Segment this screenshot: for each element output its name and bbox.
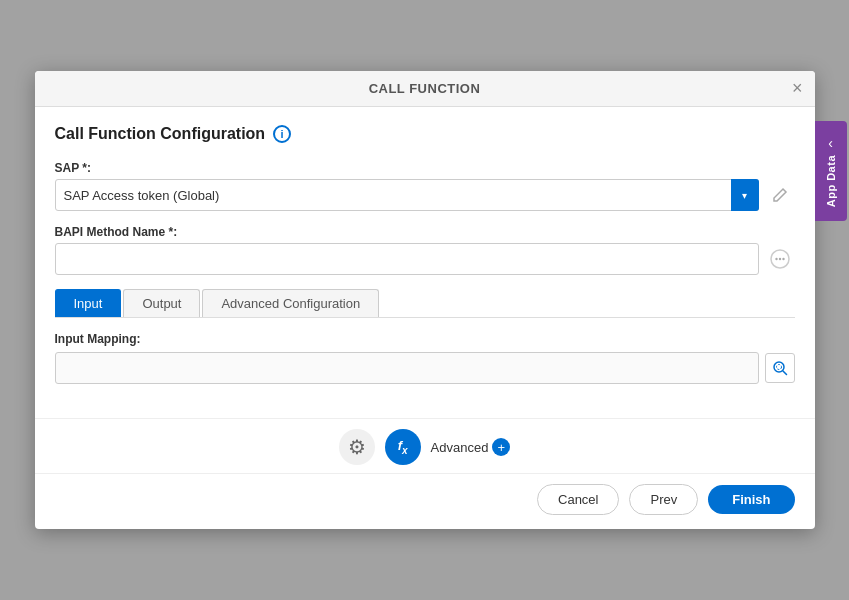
config-title: Call Function Configuration <box>55 125 266 143</box>
fx-icon: fx <box>398 438 408 456</box>
add-icon: + <box>492 438 510 456</box>
sap-label: SAP *: <box>55 161 795 175</box>
sap-edit-button[interactable] <box>765 180 795 210</box>
mapping-input[interactable] <box>55 352 759 384</box>
modal-header: CALL FUNCTION × <box>35 71 815 107</box>
svg-point-2 <box>778 258 780 260</box>
sap-field-row: SAP Access token (Global) ▾ <box>55 179 795 211</box>
cancel-button[interactable]: Cancel <box>537 484 619 515</box>
sap-select[interactable]: SAP Access token (Global) <box>55 179 759 211</box>
sap-select-wrapper: SAP Access token (Global) ▾ <box>55 179 759 211</box>
svg-point-6 <box>776 365 781 370</box>
input-mapping-group: Input Mapping: <box>55 332 795 384</box>
gear-icon: ⚙ <box>348 435 366 459</box>
advanced-toolbar-item[interactable]: Advanced + <box>431 438 511 456</box>
gear-button[interactable]: ⚙ <box>339 429 375 465</box>
mapping-search-button[interactable] <box>765 353 795 383</box>
tabs-row: Input Output Advanced Configuration <box>55 289 795 318</box>
tab-input[interactable]: Input <box>55 289 122 317</box>
svg-line-5 <box>783 371 787 375</box>
tab-output[interactable]: Output <box>123 289 200 317</box>
modal-title: CALL FUNCTION <box>369 81 481 96</box>
svg-point-1 <box>775 258 777 260</box>
bapi-field-group: BAPI Method Name *: <box>55 225 795 275</box>
tab-advanced-configuration[interactable]: Advanced Configuration <box>202 289 379 317</box>
input-mapping-label: Input Mapping: <box>55 332 795 346</box>
side-tab-label: App Data <box>825 155 837 207</box>
fx-button[interactable]: fx <box>385 429 421 465</box>
modal-body: Call Function Configuration i SAP *: SAP… <box>35 107 815 408</box>
advanced-label: Advanced <box>431 440 489 455</box>
bapi-label: BAPI Method Name *: <box>55 225 795 239</box>
side-tab-arrow-icon: ‹ <box>828 135 833 151</box>
config-title-row: Call Function Configuration i <box>55 125 795 143</box>
bapi-input[interactable] <box>55 243 759 275</box>
finish-button[interactable]: Finish <box>708 485 794 514</box>
sap-field-group: SAP *: SAP Access token (Global) ▾ <box>55 161 795 211</box>
modal-container: CALL FUNCTION × Call Function Configurat… <box>35 71 815 529</box>
mapping-row <box>55 352 795 384</box>
info-icon[interactable]: i <box>273 125 291 143</box>
modal-footer-toolbar: ⚙ fx Advanced + <box>35 418 815 473</box>
prev-button[interactable]: Prev <box>629 484 698 515</box>
bapi-options-button[interactable] <box>765 244 795 274</box>
svg-point-3 <box>782 258 784 260</box>
modal-footer-buttons: Cancel Prev Finish <box>35 473 815 529</box>
bapi-field-row <box>55 243 795 275</box>
close-button[interactable]: × <box>792 79 803 97</box>
app-data-side-tab[interactable]: ‹ App Data <box>815 121 847 221</box>
modal-overlay: CALL FUNCTION × Call Function Configurat… <box>0 0 849 600</box>
